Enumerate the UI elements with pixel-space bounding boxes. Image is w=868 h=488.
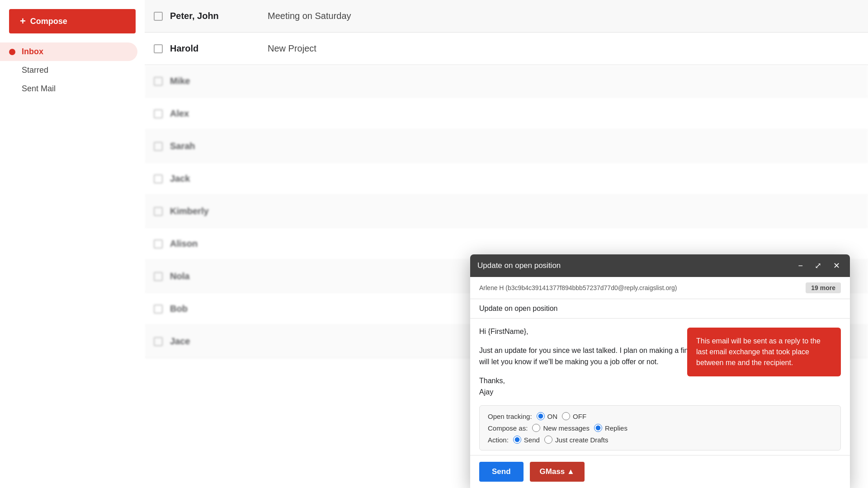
open-tracking-off-radio[interactable] xyxy=(562,412,570,420)
body-signature: Ajay xyxy=(479,386,841,398)
sidebar-item-sent-label: Sent Mail xyxy=(22,84,56,94)
modal-header: Update on open position − ⤢ ✕ xyxy=(470,254,850,277)
sidebar-nav: Inbox Starred Sent Mail xyxy=(0,42,145,98)
action-label: Action: xyxy=(488,436,509,444)
email-row[interactable]: Sarah xyxy=(145,130,868,163)
email-sender: Peter, John xyxy=(170,11,260,21)
email-row[interactable]: Jack xyxy=(145,163,868,195)
modal-footer: Send GMass ▲ xyxy=(470,455,850,488)
modal-controls: − ⤢ ✕ xyxy=(795,260,843,272)
email-sender: Jace xyxy=(170,336,260,347)
sidebar-item-starred-label: Starred xyxy=(22,66,48,75)
new-messages-radio[interactable] xyxy=(532,424,540,432)
send-radio[interactable] xyxy=(513,436,521,444)
more-recipients-button[interactable]: 19 more xyxy=(806,282,841,293)
email-sender: Alex xyxy=(170,108,260,119)
action-row: Action: Send Just create Drafts xyxy=(488,436,832,444)
open-tracking-on-group: ON xyxy=(537,412,558,420)
email-row[interactable]: Harold New Project xyxy=(145,33,868,65)
email-subject: Meeting on Saturday xyxy=(268,11,859,21)
plus-icon: + xyxy=(20,15,26,27)
reply-tooltip: This email will be sent as a reply to th… xyxy=(687,328,841,376)
inbox-dot xyxy=(9,49,15,55)
new-messages-group: New messages xyxy=(532,424,590,432)
email-row[interactable]: Peter, John Meeting on Saturday xyxy=(145,0,868,33)
sidebar-item-sent[interactable]: Sent Mail xyxy=(0,80,137,98)
email-row[interactable]: Alex xyxy=(145,98,868,130)
send-group: Send xyxy=(513,436,540,444)
compose-button[interactable]: + Compose xyxy=(9,9,136,33)
close-button[interactable]: ✕ xyxy=(830,260,843,272)
email-checkbox[interactable] xyxy=(154,337,163,346)
modal-to-field: Arlene H (b3c9b4c39141377f894bbb57237d77… xyxy=(470,277,850,299)
subject-text: Update on open position xyxy=(479,305,557,313)
email-sender: Sarah xyxy=(170,141,260,151)
modal-body: Arlene H (b3c9b4c39141377f894bbb57237d77… xyxy=(470,277,850,488)
email-checkbox[interactable] xyxy=(154,44,163,53)
sidebar-item-inbox[interactable]: Inbox xyxy=(0,42,137,61)
open-tracking-label: Open tracking: xyxy=(488,413,532,420)
just-create-drafts-label: Just create Drafts xyxy=(555,436,609,444)
compose-label: Compose xyxy=(30,17,67,26)
email-checkbox[interactable] xyxy=(154,174,163,183)
off-label: OFF xyxy=(573,413,586,420)
email-sender: Jack xyxy=(170,174,260,184)
open-tracking-off-group: OFF xyxy=(562,412,586,420)
expand-button[interactable]: ⤢ xyxy=(812,260,824,272)
sidebar-item-starred[interactable]: Starred xyxy=(0,61,137,80)
email-row[interactable]: Mike xyxy=(145,65,868,98)
email-checkbox[interactable] xyxy=(154,305,163,314)
email-checkbox[interactable] xyxy=(154,239,163,249)
email-checkbox[interactable] xyxy=(154,142,163,151)
compose-modal: Update on open position − ⤢ ✕ Arlene H (… xyxy=(470,254,850,488)
replies-radio[interactable] xyxy=(594,424,602,432)
sidebar: + Compose Inbox Starred Sent Mail xyxy=(0,0,145,488)
drafts-group: Just create Drafts xyxy=(544,436,609,444)
drafts-radio[interactable] xyxy=(544,436,552,444)
tracking-options: Open tracking: ON OFF Compose as: xyxy=(479,405,841,450)
send-label: Send xyxy=(524,436,540,444)
modal-title: Update on open position xyxy=(477,261,561,270)
email-row[interactable]: Kimberly xyxy=(145,195,868,228)
main-content: Peter, John Meeting on Saturday Harold N… xyxy=(145,0,868,488)
email-sender: Bob xyxy=(170,304,260,314)
tooltip-text: This email will be sent as a reply to th… xyxy=(696,337,821,366)
email-subject: New Project xyxy=(268,43,859,54)
email-sender: Mike xyxy=(170,76,260,86)
open-tracking-on-radio[interactable] xyxy=(537,412,545,420)
to-email: Arlene H (b3c9b4c39141377f894bbb57237d77… xyxy=(479,284,801,291)
replies-label: Replies xyxy=(605,424,627,432)
email-sender: Nola xyxy=(170,271,260,282)
gmass-button[interactable]: GMass ▲ xyxy=(530,462,585,482)
new-messages-label: New messages xyxy=(543,424,590,432)
modal-subject-field[interactable]: Update on open position xyxy=(470,299,850,319)
email-sender: Kimberly xyxy=(170,206,260,216)
compose-as-row: Compose as: New messages Replies xyxy=(488,424,832,432)
body-thanks: Thanks, xyxy=(479,375,841,387)
send-button[interactable]: Send xyxy=(479,462,524,482)
modal-compose-area[interactable]: Hi {FirstName}, Just an update for you s… xyxy=(470,319,850,405)
email-checkbox[interactable] xyxy=(154,77,163,86)
compose-as-label: Compose as: xyxy=(488,424,528,432)
minimize-button[interactable]: − xyxy=(795,260,806,272)
email-checkbox[interactable] xyxy=(154,109,163,118)
sidebar-item-inbox-label: Inbox xyxy=(22,47,43,56)
email-checkbox[interactable] xyxy=(154,272,163,281)
open-tracking-row: Open tracking: ON OFF xyxy=(488,412,832,420)
on-label: ON xyxy=(547,413,558,420)
email-checkbox[interactable] xyxy=(154,207,163,216)
email-sender: Harold xyxy=(170,43,260,54)
replies-group: Replies xyxy=(594,424,627,432)
email-sender: Alison xyxy=(170,239,260,249)
email-checkbox[interactable] xyxy=(154,12,163,21)
